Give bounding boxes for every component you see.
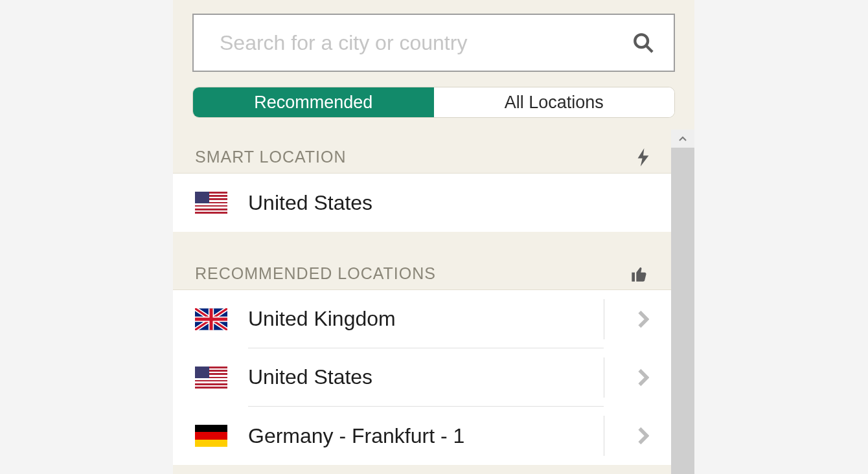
chevron-up-icon (679, 135, 687, 142)
location-row-de[interactable]: Germany - Frankfurt - 1 (173, 407, 671, 465)
section-header-recommended: RECOMMENDED LOCATIONS (173, 232, 671, 290)
search-icon (632, 32, 654, 54)
svg-marker-2 (638, 148, 649, 166)
search-box[interactable] (192, 14, 675, 72)
scrollbar[interactable] (671, 130, 694, 474)
tab-all-locations[interactable]: All Locations (434, 87, 675, 117)
chevron-right-icon (637, 310, 649, 328)
search-input[interactable] (220, 31, 632, 55)
expand-button[interactable] (604, 416, 649, 456)
expand-button[interactable] (604, 357, 649, 398)
location-picker-panel: Recommended All Locations SMART LOCATION… (173, 0, 694, 474)
location-row-uk[interactable]: United Kingdom (173, 290, 671, 348)
section-header-smart: SMART LOCATION (173, 130, 671, 174)
bolt-icon (637, 148, 649, 166)
flag-uk-icon (195, 308, 227, 330)
expand-button[interactable] (604, 299, 649, 339)
svg-line-1 (646, 45, 652, 52)
tabs: Recommended All Locations (192, 87, 675, 118)
section-header-label: SMART LOCATION (195, 148, 346, 166)
section-header-label: RECOMMENDED LOCATIONS (195, 264, 436, 283)
scrollbar-track[interactable] (671, 148, 694, 474)
row-label: United States (248, 174, 649, 232)
scroll-area: SMART LOCATION United States RECOMMENDED… (173, 130, 694, 474)
thumbs-up-icon (630, 265, 649, 283)
location-row-us[interactable]: United States (173, 348, 671, 407)
flag-de-icon (195, 425, 227, 447)
flag-us-icon (195, 192, 227, 214)
smart-location-row[interactable]: United States (173, 174, 671, 232)
location-list: SMART LOCATION United States RECOMMENDED… (173, 130, 671, 474)
scroll-up-button[interactable] (671, 130, 694, 148)
row-label: United Kingdom (248, 290, 604, 348)
svg-point-0 (635, 34, 648, 47)
chevron-right-icon (637, 368, 649, 387)
tab-recommended[interactable]: Recommended (193, 87, 434, 117)
search-wrap (173, 0, 694, 72)
row-label: United States (248, 348, 604, 407)
row-label: Germany - Frankfurt - 1 (248, 407, 604, 465)
flag-us-icon (195, 367, 227, 389)
svg-rect-7 (195, 318, 227, 321)
chevron-right-icon (637, 427, 649, 445)
